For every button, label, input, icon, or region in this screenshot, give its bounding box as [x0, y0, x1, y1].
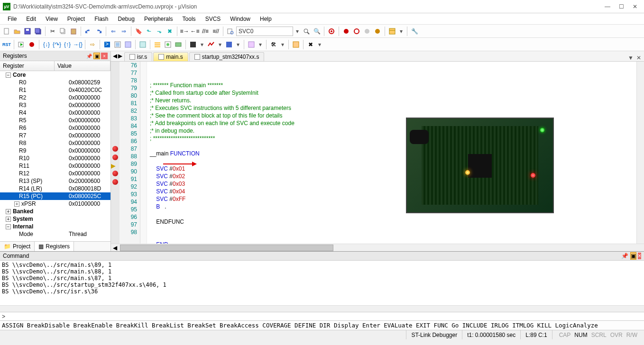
bp-insert-icon[interactable] [341, 27, 351, 36]
paste-icon[interactable] [69, 27, 78, 36]
editor-vscrollbar[interactable] [636, 62, 644, 244]
trace-window-icon[interactable] [224, 40, 234, 49]
tab-next-icon[interactable]: ▶ [118, 53, 122, 59]
code-line[interactable]: ;* Called from startup code after System… [150, 89, 636, 97]
nav-fwd-icon[interactable]: ⇒ [119, 27, 129, 36]
code-line[interactable]: END [150, 241, 636, 244]
register-row[interactable]: R70x00000000 [0, 132, 110, 139]
editor-tab[interactable]: main.s [153, 52, 188, 61]
code-line[interactable]: ;* Add breakpoints on each line of SVC a… [150, 119, 636, 127]
code-line[interactable] [150, 226, 636, 233]
panel-close-icon[interactable]: × [101, 53, 108, 59]
find-combo-dropdown-icon[interactable]: ▾ [294, 28, 301, 35]
bp-enable-icon[interactable] [352, 27, 361, 36]
bookmark-icon[interactable]: 🔖 [134, 27, 143, 36]
configure-icon[interactable]: 🔧 [410, 27, 419, 36]
code-line[interactable] [150, 142, 636, 150]
register-col-header[interactable]: Register [0, 61, 55, 71]
nav-back-icon[interactable]: ⇐ [109, 27, 118, 36]
code-line[interactable]: SVC #0x04 [150, 188, 636, 195]
register-group[interactable]: +Banked [0, 208, 110, 215]
code-line[interactable]: SVC #0xFF [150, 195, 636, 203]
code-line[interactable]: ;* See the comment block at top of this … [150, 112, 636, 119]
analysis-dd-icon[interactable]: ▾ [217, 41, 223, 48]
undo-icon[interactable] [83, 27, 93, 36]
update-windows-icon[interactable] [291, 40, 301, 49]
tab-registers[interactable]: ▦Registers [35, 242, 74, 251]
code-line[interactable] [150, 233, 636, 241]
bp-kill-icon[interactable] [373, 27, 382, 36]
sv-dd-icon[interactable]: ▾ [257, 41, 264, 48]
serial-dd-icon[interactable]: ▾ [199, 41, 205, 48]
serial-window-icon[interactable] [188, 40, 198, 49]
step-over-icon[interactable]: {↷} [52, 40, 62, 49]
register-row[interactable]: R20x00000000 [0, 94, 110, 101]
analysis-window-icon[interactable] [206, 40, 216, 49]
breakpoint-icon[interactable] [112, 171, 118, 176]
breakpoint-icon[interactable] [112, 154, 118, 160]
code-line[interactable] [150, 157, 636, 165]
cmd-close-icon[interactable]: × [638, 253, 641, 259]
register-row[interactable]: R90x00000000 [0, 147, 110, 154]
window-layout-dropdown-icon[interactable]: ▾ [398, 28, 405, 35]
new-file-icon[interactable] [2, 27, 11, 36]
reset-icon[interactable]: RST [2, 40, 11, 49]
redo-icon[interactable] [94, 27, 103, 36]
menu-debug[interactable]: Debug [113, 15, 139, 23]
minimize-button[interactable]: — [605, 3, 610, 10]
save-icon[interactable] [23, 27, 32, 36]
menu-window[interactable]: Window [225, 15, 255, 23]
system-viewer-icon[interactable] [247, 40, 256, 49]
toolbox-icon[interactable]: 🛠 [269, 40, 278, 49]
call-stack-icon[interactable] [153, 40, 162, 49]
register-row[interactable]: R15 (PC)0x0800025C [0, 192, 110, 200]
find-icon[interactable] [302, 27, 311, 36]
cmd-dropdown-icon[interactable]: ▣ [630, 252, 636, 260]
close-button[interactable]: ✕ [633, 3, 637, 10]
editor-dropdown-icon[interactable]: ▼ [628, 54, 634, 61]
register-row[interactable]: R14 (LR)0x0800018D [0, 185, 110, 192]
register-row[interactable]: R120x00000000 [0, 170, 110, 177]
register-group[interactable]: +System [0, 215, 110, 223]
code-line[interactable]: ;* Executes SVC instructions with 5 diff… [150, 104, 636, 112]
command-output[interactable]: BS \\svcDemo\../src/main.s\89, 1 BS \\sv… [0, 261, 644, 305]
comment-icon[interactable]: //≡ [201, 27, 210, 36]
toolbox-dd-icon[interactable]: ▾ [279, 41, 286, 48]
menu-help[interactable]: Help [255, 15, 276, 23]
code-area[interactable]: ▶ 76777879808182838485868788899091929394… [111, 62, 644, 244]
bookmark-prev-icon[interactable]: ⬑ [144, 27, 154, 36]
indent-icon[interactable]: ≡→ [180, 27, 189, 36]
tab-prev-icon[interactable]: ◀ [113, 53, 117, 59]
tab-project[interactable]: 📁Project [0, 242, 35, 251]
editor-close-icon[interactable]: ✕ [636, 54, 641, 61]
panel-dropdown-icon[interactable]: ▣ [93, 53, 100, 59]
register-row[interactable]: +xPSR0x01000000 [0, 200, 110, 208]
menu-flash[interactable]: Flash [90, 15, 113, 23]
menu-tools[interactable]: Tools [178, 15, 201, 23]
code-line[interactable]: ;* in debug mode. [150, 127, 636, 135]
register-row[interactable]: R13 (SP)0x20000600 [0, 177, 110, 185]
menu-edit[interactable]: Edit [21, 15, 41, 23]
editor-tab[interactable]: startup_stm32f407xx.s [189, 52, 265, 61]
cmd-pin-icon[interactable]: 📌 [621, 253, 628, 259]
register-row[interactable]: R30x00000000 [0, 101, 110, 109]
incremental-find-icon[interactable]: 🔍 [312, 27, 322, 36]
menu-file[interactable]: File [3, 15, 21, 23]
watch-window-icon[interactable] [163, 40, 173, 49]
menu-view[interactable]: View [41, 15, 63, 23]
code-line[interactable] [150, 210, 636, 218]
editor-tab[interactable]: isr.s [124, 52, 152, 61]
register-row[interactable]: R10x40020C0C [0, 86, 110, 94]
registers-tree[interactable]: −Core R00x08000259 R10x40020C0C R20x0000… [0, 71, 110, 241]
register-row[interactable]: R110x00000000 [0, 162, 110, 170]
editor-hscrollbar[interactable]: ◀ [111, 244, 644, 251]
register-row[interactable]: R00x08000259 [0, 79, 110, 86]
tools-icon[interactable]: ✖ [306, 40, 315, 49]
bookmark-next-icon[interactable]: ⬎ [155, 27, 164, 36]
registers-window-icon[interactable] [138, 40, 147, 49]
outdent-icon[interactable]: ←≡ [190, 27, 200, 36]
menu-project[interactable]: Project [63, 15, 90, 23]
disasm-window-icon[interactable] [113, 40, 122, 49]
save-all-icon[interactable] [33, 27, 43, 36]
breakpoint-icon[interactable] [112, 146, 118, 152]
